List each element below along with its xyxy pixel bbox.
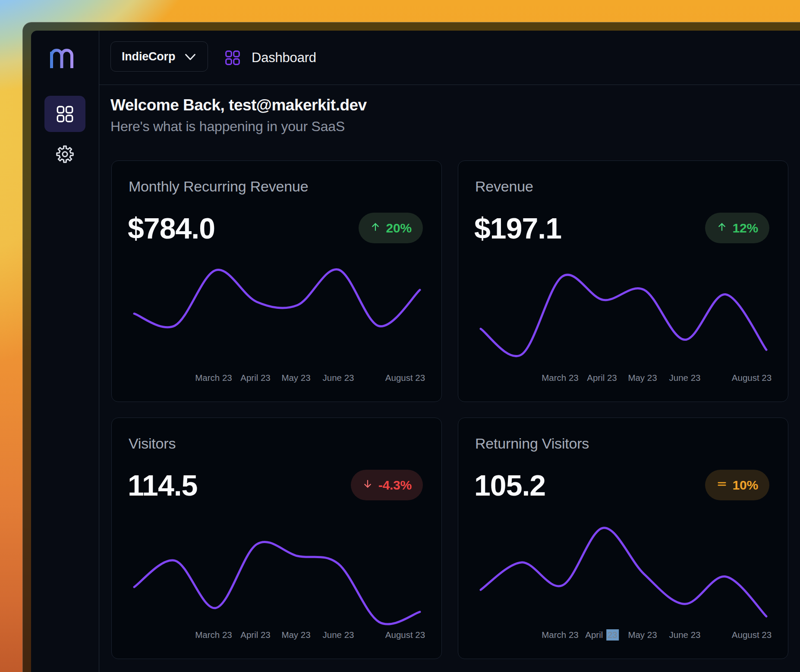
- x-tick: August 23: [385, 629, 425, 641]
- metric-value: 114.5: [128, 471, 197, 500]
- sidebar: [31, 31, 99, 672]
- metric-card-visitors: Visitors 114.5 -4.3% March 23April 23May…: [111, 418, 442, 659]
- x-tick: May 23: [281, 372, 310, 383]
- logo-m-glyph: [52, 50, 72, 69]
- layout-grid-icon: [224, 49, 241, 66]
- x-tick: April 23: [585, 629, 619, 641]
- x-tick: May 23: [281, 629, 310, 641]
- x-tick: June 23: [323, 629, 354, 641]
- line-chart: [481, 504, 766, 634]
- x-tick: April 23: [240, 372, 271, 383]
- metric-card-mrr: Monthly Recurring Revenue $784.0 20% Mar…: [111, 160, 442, 402]
- x-axis-labels: March 23April 23May 23June 23August 23: [134, 372, 420, 383]
- x-axis-labels: March 23April 23May 23June 23August 23: [134, 629, 420, 641]
- equals-icon: [716, 478, 728, 490]
- app-root: IndieCorp Dashboard Welcome Back, test@m…: [31, 31, 800, 672]
- x-tick: April 23: [587, 372, 617, 383]
- sidebar-item-settings[interactable]: [44, 136, 85, 172]
- top-header: IndieCorp Dashboard: [99, 31, 800, 85]
- trend-badge: 20%: [359, 213, 423, 243]
- trend-value: 12%: [733, 221, 758, 236]
- x-tick: June 23: [669, 629, 701, 641]
- x-tick: August 23: [732, 629, 772, 641]
- page-indicator: Dashboard: [224, 31, 316, 85]
- metric-card-revenue: Revenue $197.1 12% March 23April 23May 2…: [458, 160, 788, 402]
- line-chart: [134, 504, 420, 634]
- x-tick: March 23: [195, 372, 232, 383]
- welcome-subheading: Here's what is happening in your SaaS: [110, 118, 345, 135]
- metric-value: $197.1: [474, 214, 561, 243]
- arrow-down-icon: [362, 478, 373, 490]
- x-tick: June 23: [669, 372, 701, 383]
- trend-value: 20%: [386, 221, 412, 236]
- metric-title: Returning Visitors: [475, 436, 589, 451]
- layout-grid-icon: [55, 104, 75, 124]
- page-title: Dashboard: [252, 50, 316, 66]
- sidebar-item-dashboard[interactable]: [44, 96, 85, 132]
- x-tick: August 23: [385, 372, 425, 383]
- team-name: IndieCorp: [122, 50, 175, 63]
- desktop: { "colors": { "accent_line": "#8045f3", …: [0, 0, 800, 672]
- trend-value: 10%: [733, 478, 758, 493]
- x-tick: March 23: [542, 629, 578, 641]
- trend-badge: 12%: [705, 213, 769, 243]
- arrow-up-icon: [716, 221, 728, 232]
- arrow-up-icon: [370, 221, 381, 232]
- metric-value: $784.0: [128, 214, 215, 243]
- x-tick: March 23: [542, 372, 578, 383]
- metric-title: Revenue: [475, 179, 533, 194]
- metric-title: Monthly Recurring Revenue: [129, 179, 308, 194]
- x-tick: May 23: [628, 629, 657, 641]
- x-tick: April 23: [240, 629, 271, 641]
- x-tick: May 23: [628, 372, 657, 383]
- metric-card-returning-visitors: Returning Visitors 105.2 10% March 23Apr…: [458, 418, 788, 659]
- line-chart: [481, 247, 766, 377]
- trend-badge: -4.3%: [351, 470, 423, 500]
- gear-icon: [56, 145, 74, 163]
- chevron-down-icon: [183, 49, 198, 64]
- x-axis-labels: March 23April 23May 23June 23August 23: [481, 629, 766, 641]
- makerkit-logo[interactable]: [31, 49, 99, 68]
- x-tick: June 23: [323, 372, 354, 383]
- team-selector-button[interactable]: IndieCorp: [110, 41, 208, 72]
- welcome-heading: Welcome Back, test@makerkit.dev: [110, 96, 367, 115]
- trend-badge: 10%: [705, 470, 769, 500]
- x-tick: March 23: [195, 629, 232, 641]
- selected-text: 23: [606, 629, 619, 641]
- metric-value: 105.2: [474, 471, 545, 500]
- line-chart: [134, 247, 420, 377]
- metric-title: Visitors: [129, 436, 176, 451]
- macos-window: IndieCorp Dashboard Welcome Back, test@m…: [22, 22, 800, 672]
- trend-value: -4.3%: [378, 478, 412, 493]
- x-tick: August 23: [732, 372, 772, 383]
- x-axis-labels: March 23April 23May 23June 23August 23: [481, 372, 766, 383]
